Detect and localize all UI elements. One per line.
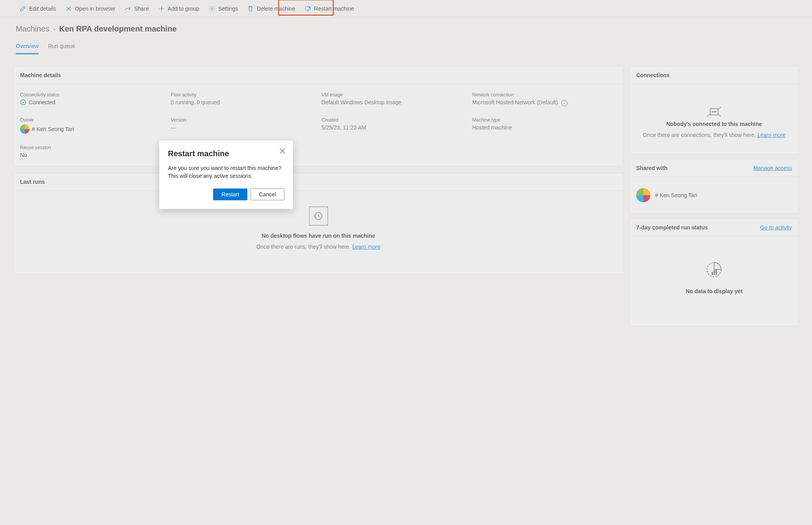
dialog-close-button[interactable]: [280, 148, 285, 155]
dialog-body-text: Are you sure you want to restart this ma…: [168, 165, 284, 180]
dialog-cancel-button[interactable]: Cancel: [250, 189, 284, 200]
restart-dialog: Restart machine Are you sure you want to…: [159, 140, 293, 209]
dialog-title: Restart machine: [168, 149, 284, 158]
dialog-restart-button[interactable]: Restart: [213, 189, 247, 200]
modal-overlay: [0, 0, 812, 525]
